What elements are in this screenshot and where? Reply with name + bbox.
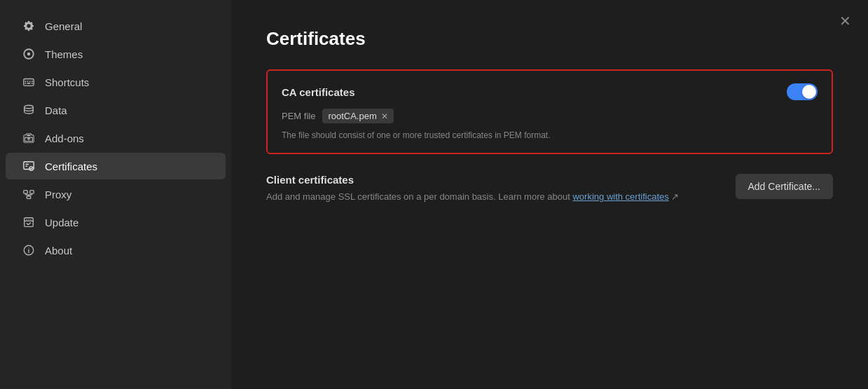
svg-rect-7: [27, 83, 31, 84]
svg-point-0: [27, 53, 31, 56]
client-cert-desc-text1: Add and manage SSL certificates on a per…: [266, 191, 570, 202]
svg-rect-16: [27, 196, 30, 199]
palette-icon: [22, 48, 35, 60]
sidebar-item-proxy[interactable]: Proxy: [6, 181, 226, 207]
close-button[interactable]: ✕: [839, 14, 851, 28]
svg-rect-14: [24, 191, 27, 194]
sidebar-item-shortcuts[interactable]: Shortcuts: [6, 69, 226, 95]
database-icon: [22, 104, 35, 116]
pem-remove-button[interactable]: ✕: [381, 111, 388, 121]
sidebar-item-certificates[interactable]: Certificates: [6, 153, 226, 179]
keyboard-icon: [22, 76, 35, 88]
ca-section-header: CA certificates: [282, 83, 818, 100]
sidebar-item-about[interactable]: About: [6, 237, 226, 264]
gear-icon: [22, 20, 35, 32]
client-cert-description: Add and manage SSL certificates on a per…: [266, 190, 722, 204]
pem-file-badge: rootCA.pem ✕: [322, 109, 393, 123]
svg-rect-3: [27, 81, 29, 82]
svg-point-9: [25, 105, 34, 109]
svg-rect-2: [25, 81, 27, 82]
addons-icon: [22, 132, 35, 144]
pem-row: PEM file rootCA.pem ✕: [282, 109, 818, 123]
sidebar-item-general[interactable]: General: [6, 13, 226, 39]
client-cert-info: Client certificates Add and manage SSL c…: [266, 174, 722, 204]
svg-rect-21: [25, 218, 34, 227]
svg-rect-15: [30, 191, 34, 194]
pem-filename: rootCA.pem: [328, 111, 376, 121]
svg-point-25: [28, 247, 29, 248]
certificate-icon: [22, 160, 35, 172]
proxy-icon: [22, 188, 35, 200]
svg-rect-5: [32, 81, 33, 82]
sidebar-item-addons[interactable]: Add-ons: [6, 125, 226, 151]
sidebar: General Themes Shortcuts Data: [0, 0, 231, 389]
sidebar-item-update[interactable]: Update: [6, 209, 226, 236]
add-certificate-button[interactable]: Add Certificate...: [736, 174, 834, 199]
sidebar-item-label-certificates: Certificates: [45, 161, 97, 172]
sidebar-item-label-proxy: Proxy: [45, 189, 71, 200]
pem-label: PEM file: [282, 111, 315, 121]
svg-rect-8: [32, 83, 33, 84]
sidebar-item-label-about: About: [45, 245, 72, 257]
update-icon: [22, 216, 35, 228]
sidebar-item-label-general: General: [45, 20, 82, 32]
svg-rect-1: [24, 79, 34, 86]
sidebar-item-themes[interactable]: Themes: [6, 41, 226, 67]
sidebar-item-data[interactable]: Data: [6, 97, 226, 123]
ca-certificates-section: CA certificates PEM file rootCA.pem ✕ Th…: [266, 69, 833, 154]
sidebar-item-label-shortcuts: Shortcuts: [45, 76, 89, 88]
client-cert-desc-arrow: ↗: [671, 191, 679, 202]
about-icon: [22, 244, 35, 257]
pem-hint: The file should consist of one or more t…: [282, 130, 818, 140]
main-content: ✕ Certificates CA certificates PEM file …: [231, 0, 868, 389]
ca-section-title: CA certificates: [282, 86, 355, 98]
svg-rect-6: [25, 83, 27, 84]
client-certificates-section: Client certificates Add and manage SSL c…: [266, 174, 833, 204]
svg-rect-4: [29, 81, 31, 82]
sidebar-item-label-update: Update: [45, 217, 78, 228]
sidebar-item-label-addons: Add-ons: [45, 132, 84, 144]
working-with-certificates-link[interactable]: working with certificates: [572, 191, 668, 202]
client-cert-title: Client certificates: [266, 174, 722, 186]
page-title: Certificates: [266, 28, 833, 50]
sidebar-item-label-themes: Themes: [45, 48, 83, 60]
ca-toggle[interactable]: [787, 83, 818, 100]
sidebar-item-label-data: Data: [45, 104, 67, 116]
